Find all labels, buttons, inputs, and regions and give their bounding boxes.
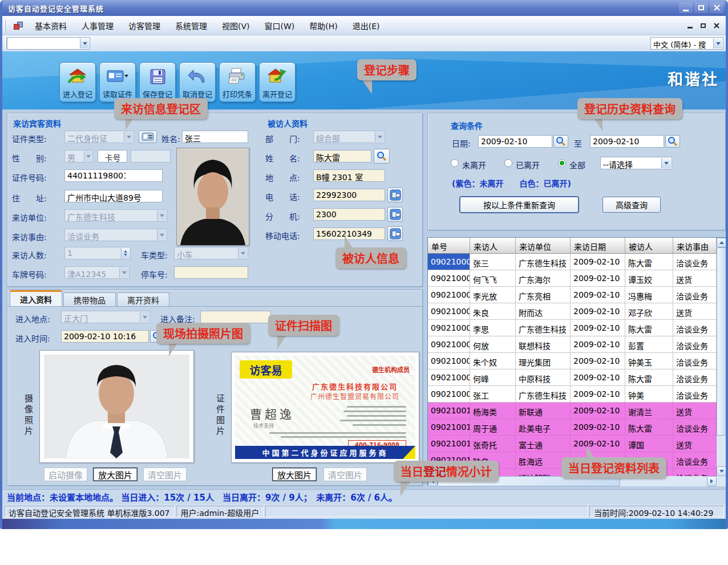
table-row[interactable]: 090210002何飞飞广东海尔2009-02-10谭玉姣送货 <box>428 270 717 287</box>
table-cell[interactable]: 张工 <box>470 386 516 403</box>
table-cell[interactable]: 陈大雷 <box>625 369 673 386</box>
table-cell[interactable]: 2009-02-10 <box>571 353 625 369</box>
table-cell[interactable]: 谭玉姣 <box>625 270 673 287</box>
restore-icon[interactable] <box>694 2 708 13</box>
table-cell[interactable]: 谢清兰 <box>625 403 673 419</box>
menu-help[interactable]: 帮助(H) <box>309 20 337 31</box>
menu-hr[interactable]: 人事管理 <box>82 20 114 31</box>
table-cell[interactable]: 钟美玉 <box>625 353 673 369</box>
table-row[interactable]: 090210011周于通赴美电子2009-02-10陈大雷洽谈业务 <box>428 419 717 436</box>
table-cell[interactable]: 090210012 <box>428 436 470 452</box>
column-header[interactable]: 单号 <box>428 238 470 254</box>
table-cell[interactable]: 2009-02-10 <box>571 403 625 419</box>
parking-input[interactable] <box>174 266 248 279</box>
advanced-query-button[interactable]: 高级查询 <box>602 197 661 213</box>
radio-not-left[interactable] <box>451 159 459 167</box>
name-input[interactable]: 张三 <box>182 131 248 143</box>
table-cell[interactable]: 090210007 <box>428 353 470 369</box>
table-cell[interactable]: 陈大雷 <box>625 254 673 270</box>
close-icon[interactable] <box>710 2 723 13</box>
menu-basic-data[interactable]: 基本资料 <box>35 20 67 31</box>
table-cell[interactable]: 洽谈业务 <box>673 254 717 270</box>
table-row[interactable]: 090210008何峰中原科技2009-02-10陈大雷洽谈业务 <box>428 369 717 386</box>
table-cell[interactable]: 附而达 <box>516 303 571 320</box>
table-cell[interactable]: 杨海类 <box>470 403 516 419</box>
scroll-up-icon[interactable] <box>717 238 726 247</box>
column-header[interactable]: 被访人 <box>625 238 673 254</box>
table-cell[interactable]: 洽谈业务 <box>673 287 717 303</box>
table-cell[interactable]: 2009-02-10 <box>571 270 625 287</box>
table-cell[interactable]: 洽谈业务 <box>673 469 717 476</box>
mdi-close-icon[interactable] <box>711 21 721 30</box>
table-cell[interactable]: 钟美 <box>625 386 673 403</box>
table-cell[interactable]: 何飞飞 <box>470 270 516 287</box>
table-cell[interactable]: 090210010 <box>428 403 470 419</box>
tel-input[interactable]: 22992300 <box>313 189 385 201</box>
table-cell[interactable]: 090210003 <box>428 287 470 303</box>
table-cell[interactable]: 陈大雷 <box>625 419 673 436</box>
card-reader-icon[interactable] <box>139 131 157 143</box>
count-stepper[interactable]: 1 <box>64 247 131 259</box>
menu-system[interactable]: 系统管理 <box>175 20 207 31</box>
table-cell[interactable]: 2009-02-10 <box>571 336 625 353</box>
menu-visitor[interactable]: 访客管理 <box>128 20 160 31</box>
cancel-register-button[interactable]: 取消登记 <box>179 62 216 102</box>
reason-combo[interactable]: 洽谈业务 <box>64 229 167 241</box>
table-row[interactable]: 090210004朱良附而达2009-02-10邓子欣送货 <box>428 303 717 320</box>
language-combo[interactable]: 中文 (简体) - 搜 <box>650 37 723 50</box>
table-cell[interactable]: 090210006 <box>428 336 470 353</box>
table-cell[interactable]: 冯惠梅 <box>625 287 673 303</box>
table-row[interactable]: 090210010杨海类新联通2009-02-10谢清兰送货 <box>428 403 717 419</box>
column-header[interactable]: 来访单位 <box>516 238 571 254</box>
table-cell[interactable]: 张奇托 <box>470 436 516 452</box>
table-cell[interactable]: 何峰 <box>470 369 516 386</box>
read-card-button[interactable]: 读取证件 <box>99 62 136 102</box>
tab-leave-info[interactable]: 离开资料 <box>117 292 169 306</box>
table-cell[interactable]: 联想科技 <box>516 336 571 353</box>
call-message-icon[interactable] <box>387 207 403 222</box>
table-cell[interactable]: 洽谈业务 <box>673 320 717 336</box>
table-row[interactable]: 090210001张三广东德生科技2009-02-10陈大雷洽谈业务 <box>428 254 717 270</box>
table-cell[interactable]: 洽谈业务 <box>673 452 717 469</box>
mdi-restore-icon[interactable] <box>698 21 708 30</box>
chevron-down-icon[interactable] <box>713 38 722 48</box>
table-cell[interactable]: 广东德生科技 <box>516 254 571 270</box>
plate-combo[interactable]: 津A12345 <box>64 266 130 279</box>
card-no-input[interactable] <box>131 150 171 162</box>
table-cell[interactable]: 洽谈业务 <box>673 369 717 386</box>
call-message-icon[interactable] <box>387 188 403 202</box>
table-cell[interactable]: 送货 <box>673 270 717 287</box>
mdi-minimize-icon[interactable] <box>685 21 695 30</box>
vertical-scroll-thumb[interactable] <box>717 247 726 436</box>
column-header[interactable]: 来访事由 <box>673 238 717 254</box>
table-cell[interactable]: 富士通 <box>516 436 571 452</box>
table-cell[interactable]: 送货 <box>673 403 717 419</box>
table-cell[interactable]: 洽谈业务 <box>673 353 717 369</box>
table-cell[interactable]: 朱良 <box>470 303 516 320</box>
table-cell[interactable]: 090210011 <box>428 419 470 436</box>
date-from-input[interactable]: 2009-02-10 <box>478 135 552 148</box>
table-cell[interactable]: 090210009 <box>428 386 470 403</box>
table-cell[interactable]: 洽谈业务 <box>673 419 717 436</box>
address-input[interactable]: 广州市中山大道89号 <box>64 190 163 202</box>
date-to-input[interactable]: 2009-02-10 <box>590 135 664 148</box>
table-cell[interactable]: 广东海尔 <box>516 270 571 287</box>
menu-view[interactable]: 视图(V) <box>222 20 250 31</box>
table-cell[interactable]: 洽谈业务 <box>673 386 717 403</box>
print-slip-button[interactable]: 打印凭条 <box>219 62 256 102</box>
radio-all[interactable] <box>558 159 566 167</box>
table-row[interactable]: 090210005李思广东德生科技2009-02-10陈大雷洽谈业务 <box>428 320 717 336</box>
zoom-id-button[interactable]: 放大图片 <box>272 468 317 481</box>
scroll-down-icon[interactable] <box>717 466 726 476</box>
gender-combo[interactable]: 男 <box>64 150 93 162</box>
requery-button[interactable]: 按以上条件重新查询 <box>460 197 579 213</box>
table-cell[interactable]: 090210008 <box>428 369 470 386</box>
save-register-button[interactable]: 保存登记 <box>139 62 176 102</box>
search-person-icon[interactable] <box>374 149 390 164</box>
enter-register-button[interactable]: 进入登记 <box>59 62 96 102</box>
clear-id-button[interactable]: 清空图片 <box>323 468 367 481</box>
table-cell[interactable]: 理光集团 <box>516 353 571 369</box>
tab-carried-items[interactable]: 携带物品 <box>63 292 116 306</box>
table-cell[interactable]: 赴美电子 <box>516 419 571 436</box>
menu-window[interactable]: 窗口(W) <box>265 20 295 31</box>
